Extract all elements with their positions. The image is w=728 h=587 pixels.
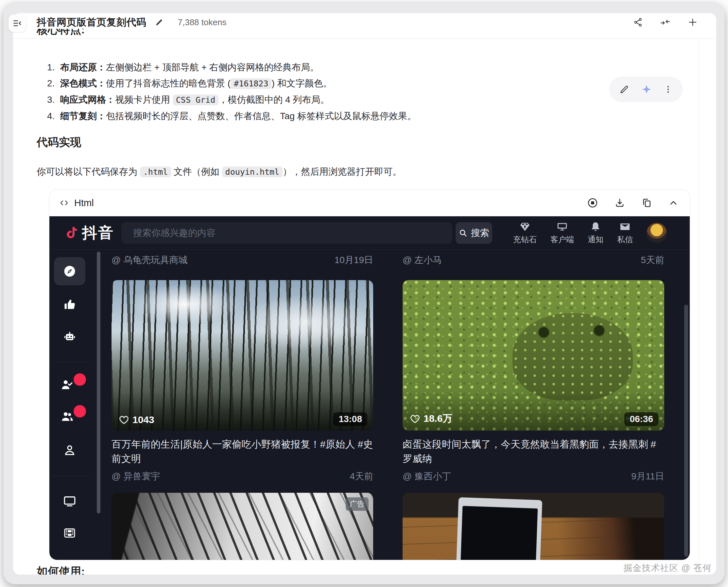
- video-author[interactable]: @ 豫西小丁: [403, 470, 451, 483]
- sidebar-toggle-icon: [13, 18, 22, 28]
- frog-image: [512, 313, 633, 400]
- sidebar-scrollbar[interactable]: [97, 252, 100, 513]
- sidebar-item-likes[interactable]: [54, 290, 86, 319]
- video-meta-row: @ 异兽寰宇 4天前: [112, 470, 373, 483]
- page-title: 抖音网页版首页复刻代码: [37, 16, 147, 29]
- search-button[interactable]: 搜索: [456, 222, 492, 244]
- sidebar-divider: [52, 362, 91, 362]
- code-icon: [59, 198, 69, 208]
- copy-code-button[interactable]: [641, 197, 652, 208]
- feature-list: 1.布局还原：左侧侧边栏 + 顶部导航 + 右侧内容网格的经典布局。 2.深色模…: [47, 60, 603, 124]
- thumbs-up-icon: [63, 298, 76, 311]
- video-card[interactable]: 1043 13:08 百万年前的生活|原始人一家偷吃小野猪被报复！#原始人 #史…: [112, 280, 373, 483]
- video-author[interactable]: @ 左小马: [403, 254, 442, 266]
- code-block-header: Html: [49, 189, 690, 216]
- share-icon: [633, 17, 643, 27]
- nav-item-messages[interactable]: 私信: [617, 221, 633, 245]
- new-chat-button[interactable]: [687, 17, 698, 27]
- search-icon: [459, 228, 468, 238]
- notification-dot: [74, 405, 86, 418]
- video-title: 百万年前的生活|原始人一家偷吃小野猪被报复！#原始人 #史前文明: [112, 437, 373, 466]
- nav-item-recharge[interactable]: 充钻石: [513, 221, 537, 245]
- sidebar-item-following[interactable]: [54, 371, 86, 399]
- video-date: 4天前: [349, 470, 373, 483]
- edit-message-button[interactable]: [620, 85, 629, 94]
- video-meta-row: @ 左小马 5天前: [403, 254, 664, 266]
- people-icon: [60, 410, 74, 423]
- feature-item: 4.细节复刻：包括视频时长的浮层、点赞数、作者信息、Tag 标签样式以及鼠标悬停…: [47, 108, 603, 124]
- code-language: Html: [59, 197, 94, 208]
- douyin-preview: 抖音 搜索: [49, 216, 690, 560]
- collapse-code-button[interactable]: [668, 197, 679, 208]
- sidebar-item-explore[interactable]: [54, 257, 86, 285]
- screenshot-stage: 抖音网页版首页复刻代码 7,388 tokens: [0, 0, 728, 587]
- watermark: 掘金技术社区 @ 苍何: [624, 562, 712, 574]
- video-duration: 06:36: [624, 412, 658, 426]
- douyin-topnav: 抖音 搜索: [49, 216, 690, 250]
- clipped-section-heading: 核心特点:: [37, 29, 85, 36]
- rename-button[interactable]: [155, 18, 164, 26]
- chat-panel: 抖音网页版首页复刻代码 7,388 tokens: [13, 13, 716, 574]
- feature-item: 1.布局还原：左侧侧边栏 + 顶部导航 + 右侧内容网格的经典布局。: [47, 60, 603, 75]
- video-date: 10月19日: [335, 254, 373, 266]
- stop-run-button[interactable]: [587, 197, 598, 208]
- laptop-image: [451, 497, 542, 560]
- sparkle-icon: [641, 84, 652, 95]
- scroll-gutter-divider: [699, 38, 699, 574]
- video-thumbnail: 广告: [112, 493, 373, 560]
- pencil-icon: [155, 18, 164, 26]
- douyin-sidebar: [49, 250, 102, 560]
- code-block-card: Html: [49, 189, 690, 560]
- nav-item-client[interactable]: 客户端: [551, 221, 574, 245]
- douyin-search: 搜索: [121, 222, 492, 244]
- douyin-body: @ 乌龟壳玩具商城 10月19日 @ 左小马 5天前: [49, 250, 690, 560]
- sidebar-toggle-button[interactable]: [8, 15, 26, 32]
- stop-circle-icon: [587, 197, 598, 208]
- video-thumbnail: [403, 493, 664, 560]
- douyin-brand-text: 抖音: [82, 223, 114, 243]
- heart-outline-icon: [410, 414, 420, 424]
- douyin-feed: @ 乌龟壳玩具商城 10月19日 @ 左小马 5天前: [102, 250, 690, 560]
- search-input[interactable]: [121, 222, 452, 244]
- feature-item: 3.响应式网格：视频卡片使用 CSS Grid，模仿截图中的 4 列布局。: [47, 92, 603, 108]
- video-duration: 13:08: [333, 412, 367, 426]
- download-code-button[interactable]: [614, 197, 625, 208]
- clipped-next-heading: 如何使用:: [37, 564, 85, 574]
- code-block-actions: [587, 197, 679, 208]
- person-check-icon: [60, 378, 74, 392]
- video-card[interactable]: 广告: [112, 493, 373, 560]
- video-author[interactable]: @ 异兽寰宇: [112, 470, 160, 483]
- sidebar-item-film[interactable]: [54, 519, 86, 547]
- video-title: 卤蛋这段时间太飘了，今天竟然敢当着黑豹面，去揍黑刺 #罗威纳: [403, 437, 664, 466]
- chat-header: 抖音网页版首页复刻代码 7,388 tokens: [13, 13, 716, 31]
- inline-code: CSS Grid: [173, 95, 218, 105]
- sidebar-item-live[interactable]: [54, 487, 86, 515]
- sidebar-item-profile[interactable]: [54, 436, 86, 464]
- more-options-button[interactable]: [664, 85, 672, 94]
- video-thumbnail: 1043 13:08: [112, 280, 373, 430]
- video-meta-row: @ 乌龟壳玩具商城 10月19日: [112, 254, 373, 266]
- like-count: 1043: [119, 414, 154, 425]
- sidebar-item-friends[interactable]: [54, 402, 86, 430]
- video-author[interactable]: @ 乌龟壳玩具商城: [112, 254, 187, 266]
- more-dots-icon: [664, 85, 672, 94]
- instruction-paragraph: 你可以将以下代码保存为 .html 文件（例如 douyin.html），然后用…: [37, 164, 402, 180]
- douyin-logo[interactable]: 抖音: [64, 223, 114, 243]
- video-card[interactable]: 18.6万 06:36 卤蛋这段时间太飘了，今天竟然敢当着黑豹面，去揍黑刺 #罗…: [403, 280, 664, 483]
- sidebar-item-ai[interactable]: [54, 323, 86, 351]
- nav-item-notifications[interactable]: 通知: [588, 221, 603, 245]
- share-button[interactable]: [633, 17, 643, 27]
- douyin-nav-items: 充钻石 客户端: [513, 221, 633, 245]
- inline-code: #161823: [230, 78, 271, 89]
- user-avatar[interactable]: [647, 223, 667, 243]
- feed-scrollbar[interactable]: [684, 305, 688, 557]
- collapse-button[interactable]: [660, 17, 671, 27]
- pencil-icon: [620, 85, 629, 94]
- ai-actions-button[interactable]: [641, 84, 652, 95]
- video-card[interactable]: [403, 493, 664, 560]
- monitor-icon: [557, 221, 568, 232]
- token-count: 7,388 tokens: [178, 17, 227, 27]
- feature-item: 2.深色模式：使用了抖音标志性的暗色背景 (#161823) 和文字颜色。: [47, 76, 603, 92]
- bell-icon: [590, 221, 601, 232]
- film-icon: [63, 526, 76, 540]
